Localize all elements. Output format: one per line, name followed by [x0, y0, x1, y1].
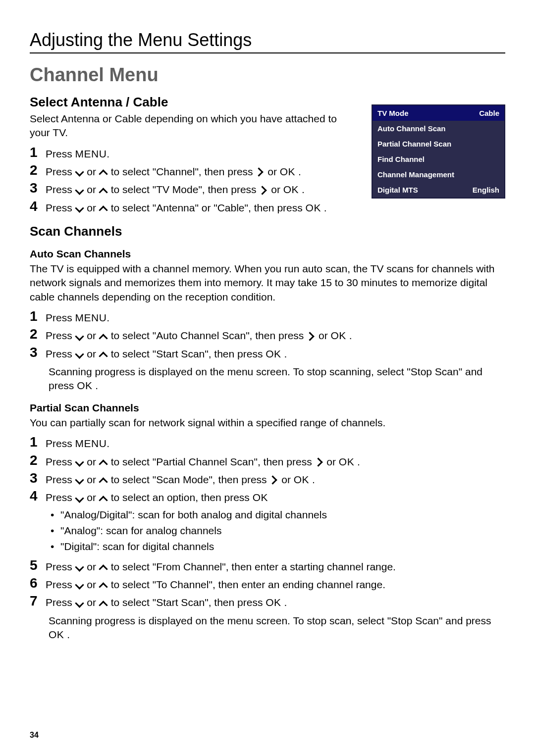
- section-header: Adjusting the Menu Settings: [30, 30, 505, 53]
- text: Scanning progress is displayed on the me…: [49, 615, 491, 626]
- text: or: [84, 330, 99, 341]
- scan-channels-heading: Scan Channels: [30, 224, 505, 239]
- chevron-up-icon: [99, 600, 108, 607]
- text: Press: [46, 492, 75, 503]
- select-antenna-intro: Select Antenna or Cable depending on whi…: [30, 112, 347, 140]
- step-number: 3: [30, 181, 46, 196]
- text: or: [84, 456, 99, 467]
- step: 7 Press or to select "Start Scan", then …: [30, 594, 505, 609]
- step: 3 Press or to select "Scan Mode", then p…: [30, 471, 505, 487]
- auto-scan-note: Scanning progress is displayed on the me…: [49, 365, 505, 393]
- text: .: [321, 202, 327, 213]
- text: .: [93, 380, 99, 391]
- page-title: Channel Menu: [30, 64, 505, 86]
- text: or: [268, 184, 283, 195]
- step-number: 3: [30, 471, 46, 486]
- step-number: 1: [30, 435, 46, 450]
- text: to select "To Channel", then enter an en…: [108, 579, 385, 590]
- step-text: Press or to select "Scan Mode", then pre…: [46, 471, 315, 487]
- tv-menu-preview: TV Mode Cable Auto Channel Scan Partial …: [372, 104, 505, 199]
- step-number: 1: [30, 145, 46, 160]
- text: Press: [46, 312, 75, 323]
- tv-menu-value: Cable: [479, 109, 499, 117]
- step-text: Press or to select "To Channel", then en…: [46, 576, 385, 592]
- text: to select "Auto Channel Scan", then pres…: [108, 330, 307, 341]
- step: 3 Press or to select "TV Mode", then pre…: [30, 181, 347, 197]
- text: or: [278, 474, 293, 485]
- tv-menu-label: Digital MTS: [377, 186, 418, 194]
- tv-menu-row: Digital MTS English: [373, 182, 504, 198]
- chevron-up-icon: [99, 205, 108, 212]
- chevron-down-icon: [75, 459, 84, 466]
- chevron-up-icon: [99, 187, 108, 194]
- text: .: [107, 438, 109, 449]
- chevron-down-icon: [75, 169, 84, 176]
- tv-menu-row: Find Channel: [373, 151, 504, 167]
- partial-scan-note: Scanning progress is displayed on the me…: [49, 614, 505, 642]
- text: or: [324, 456, 339, 467]
- step-text: Press or to select "Antenna" or "Cable",…: [46, 199, 327, 215]
- text: or: [84, 202, 99, 213]
- chevron-right-icon: [269, 477, 278, 484]
- ok-key: OK: [266, 597, 281, 608]
- chevron-up-icon: [99, 169, 108, 176]
- text: to select an option, then press: [108, 492, 253, 503]
- text: or: [84, 348, 99, 359]
- chevron-down-icon: [75, 495, 84, 502]
- text: .: [107, 148, 109, 159]
- step-text: Press or to select "Channel", then press…: [46, 163, 301, 179]
- text: to select "Antenna" or "Cable", then pre…: [108, 202, 306, 213]
- text: .: [107, 312, 109, 323]
- ok-key: OK: [266, 348, 281, 359]
- text: or: [265, 166, 279, 177]
- chevron-up-icon: [99, 459, 108, 466]
- partial-scan-heading: Partial Scan Channels: [30, 402, 505, 414]
- step-number: 4: [30, 489, 46, 504]
- text: or: [84, 561, 99, 572]
- tv-menu-label: TV Mode: [377, 109, 409, 117]
- text: Press: [46, 597, 75, 608]
- text: to select "Start Scan", then press: [108, 348, 266, 359]
- ok-key: OK: [253, 492, 268, 503]
- chevron-right-icon: [256, 169, 265, 176]
- text: Press: [46, 184, 75, 195]
- text: Press: [46, 456, 75, 467]
- chevron-down-icon: [75, 477, 84, 484]
- step-number: 2: [30, 163, 46, 178]
- text: to select "Scan Mode", then press: [108, 474, 270, 485]
- ok-key: OK: [294, 474, 309, 485]
- text: or: [84, 184, 99, 195]
- ok-key: OK: [49, 629, 64, 640]
- chevron-down-icon: [75, 351, 84, 358]
- text: Press: [46, 579, 75, 590]
- tv-menu-row-tvmode: TV Mode Cable: [373, 105, 504, 121]
- step: 6 Press or to select "To Channel", then …: [30, 576, 505, 592]
- tv-menu-label: Auto Channel Scan: [377, 124, 446, 133]
- text: to select "From Channel", then enter a s…: [108, 561, 396, 572]
- step: 1 Press MENU.: [30, 309, 505, 325]
- chevron-up-icon: [99, 351, 108, 358]
- tv-menu-label: Partial Channel Scan: [377, 140, 451, 148]
- step-number: 7: [30, 594, 46, 609]
- text: Press: [46, 561, 75, 572]
- text: Press: [46, 202, 75, 213]
- tv-menu-row: Partial Channel Scan: [373, 136, 504, 151]
- ok-key: OK: [331, 330, 346, 341]
- text: to select "Partial Channel Scan", then p…: [108, 456, 315, 467]
- page-number: 34: [30, 731, 505, 740]
- step-text: Press or to select "From Channel", then …: [46, 558, 396, 574]
- text: .: [64, 629, 70, 640]
- step-text: Press MENU.: [46, 309, 109, 325]
- text: Scanning progress is displayed on the me…: [49, 366, 482, 391]
- ok-key: OK: [306, 202, 321, 213]
- text: Press: [46, 474, 75, 485]
- chevron-down-icon: [75, 205, 84, 212]
- text: .: [295, 166, 301, 177]
- step-text: Press or to select "Partial Channel Scan…: [46, 453, 360, 469]
- step: 2 Press or to select "Channel", then pre…: [30, 163, 347, 179]
- bullet-item: "Digital": scan for digital channels: [60, 540, 327, 554]
- text: or: [316, 330, 330, 341]
- step-number: 1: [30, 309, 46, 324]
- text: .: [354, 456, 360, 467]
- step-text: Press MENU.: [46, 435, 109, 451]
